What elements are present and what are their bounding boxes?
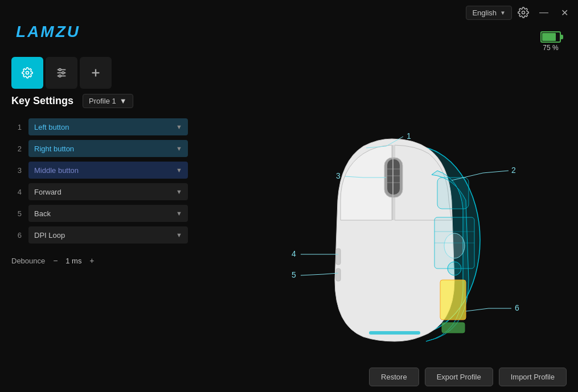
svg-text:4: 4 [292, 249, 296, 258]
tab-bar [11, 57, 112, 89]
chevron-icon-3: ▼ [176, 167, 182, 174]
mouse-diagram: 1 2 3 4 5 6 [205, 88, 567, 358]
chevron-down-icon: ▼ [500, 10, 506, 16]
minimize-button[interactable]: — [535, 3, 553, 22]
svg-text:6: 6 [515, 303, 519, 312]
svg-rect-12 [387, 159, 400, 195]
svg-rect-21 [440, 280, 466, 320]
button-row-3: 3 Middle button ▼ [11, 162, 188, 179]
battery-area: 75 % [540, 31, 561, 52]
language-selector[interactable]: English ▼ [466, 6, 512, 20]
button-row-1: 1 Left button ▼ [11, 118, 188, 135]
tab-add-profile[interactable] [80, 57, 112, 89]
profile-selector[interactable]: Profile 1 ▼ [83, 94, 133, 108]
debounce-bar: Debounce − 1 ms + [11, 255, 97, 266]
gear-tab-icon [22, 67, 33, 79]
minimize-icon: — [539, 7, 548, 18]
row-number-3: 3 [11, 166, 22, 175]
svg-point-1 [26, 72, 29, 75]
chevron-icon-6: ▼ [176, 232, 182, 238]
svg-point-0 [522, 11, 525, 14]
button-select-2[interactable]: Right button ▼ [28, 140, 188, 157]
button-row-5: 5 Back ▼ [11, 205, 188, 222]
row-number-2: 2 [11, 145, 22, 153]
button-label-5: Back [34, 209, 51, 218]
button-label-3: Middle button [34, 166, 79, 175]
export-profile-button[interactable]: Export Profile [425, 368, 493, 386]
svg-rect-27 [437, 178, 469, 209]
debounce-label: Debounce [11, 257, 45, 265]
svg-line-32 [483, 171, 509, 173]
settings-button[interactable] [514, 3, 532, 22]
row-number-6: 6 [11, 231, 22, 240]
chevron-down-icon: ▼ [120, 97, 127, 105]
button-select-1[interactable]: Left button ▼ [28, 118, 188, 135]
button-select-6[interactable]: DPI Loop ▼ [28, 226, 188, 244]
battery-percent: 75 % [543, 44, 558, 52]
restore-button[interactable]: Restore [369, 368, 419, 386]
button-row-2: 2 Right button ▼ [11, 140, 188, 157]
svg-point-7 [59, 75, 61, 77]
debounce-value: 1 ms [65, 257, 81, 265]
key-settings-panel: Key Settings Profile 1 ▼ 1 Left button ▼… [11, 94, 188, 244]
import-profile-button[interactable]: Import Profile [499, 368, 567, 386]
button-row-6: 6 DPI Loop ▼ [11, 226, 188, 244]
row-number-5: 5 [11, 209, 22, 218]
row-number-1: 1 [11, 123, 22, 131]
button-label-4: Forward [34, 188, 62, 196]
battery-fill [542, 33, 556, 41]
chevron-icon-1: ▼ [176, 123, 182, 130]
svg-text:3: 3 [336, 171, 341, 180]
button-select-3[interactable]: Middle button ▼ [28, 162, 188, 179]
gear-icon [518, 7, 529, 18]
key-settings-header: Key Settings Profile 1 ▼ [11, 94, 188, 108]
svg-rect-19 [369, 331, 420, 335]
tab-tuning[interactable] [46, 57, 77, 89]
button-select-5[interactable]: Back ▼ [28, 205, 188, 222]
chevron-icon-5: ▼ [176, 210, 182, 217]
debounce-minus-button[interactable]: − [50, 255, 61, 266]
language-label: English [472, 9, 497, 17]
chevron-icon-2: ▼ [176, 145, 182, 152]
action-bar: Restore Export Profile Import Profile [369, 368, 567, 386]
svg-rect-17 [336, 249, 341, 265]
svg-text:2: 2 [511, 166, 516, 175]
svg-point-6 [62, 72, 64, 74]
svg-point-23 [444, 233, 465, 258]
tab-key-settings[interactable] [11, 57, 43, 89]
close-button[interactable]: ✕ [555, 3, 573, 22]
logo: LAMZU [16, 23, 80, 41]
key-settings-title: Key Settings [11, 95, 73, 107]
close-icon: ✕ [561, 7, 568, 18]
svg-text:1: 1 [407, 131, 411, 141]
profile-label: Profile 1 [89, 97, 116, 105]
sliders-icon [55, 67, 68, 79]
svg-point-5 [59, 69, 61, 71]
titlebar: English ▼ — ✕ [0, 0, 578, 25]
mouse-illustration: 1 2 3 4 5 6 [227, 86, 546, 360]
svg-rect-18 [336, 269, 341, 281]
debounce-plus-button[interactable]: + [86, 255, 97, 266]
svg-text:5: 5 [292, 270, 296, 279]
row-number-4: 4 [11, 188, 22, 196]
button-label-6: DPI Loop [34, 231, 65, 240]
plus-icon [89, 67, 102, 79]
button-rows: 1 Left button ▼ 2 Right button ▼ 3 Middl… [11, 118, 188, 244]
chevron-icon-4: ▼ [176, 188, 182, 195]
button-label-1: Left button [34, 123, 69, 131]
button-select-4[interactable]: Forward ▼ [28, 183, 188, 200]
mouse-svg-container: 1 2 3 4 5 6 [227, 86, 546, 360]
svg-line-41 [301, 274, 323, 275]
button-row-4: 4 Forward ▼ [11, 183, 188, 200]
svg-point-26 [448, 262, 461, 275]
main-content: Key Settings Profile 1 ▼ 1 Left button ▼… [11, 94, 567, 358]
svg-line-43 [466, 308, 489, 311]
button-label-2: Right button [34, 145, 74, 153]
svg-rect-22 [442, 323, 465, 333]
battery-icon [540, 31, 561, 43]
